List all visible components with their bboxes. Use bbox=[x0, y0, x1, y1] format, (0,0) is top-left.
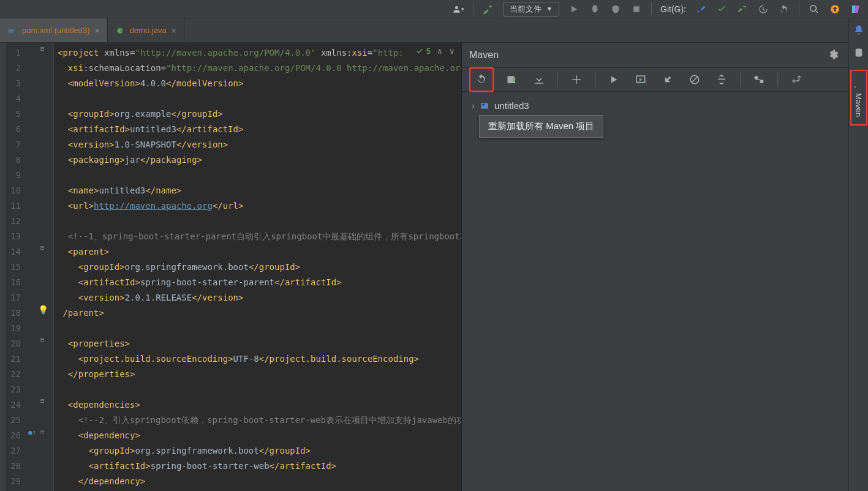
show-dependencies-button[interactable] bbox=[750, 71, 768, 88]
reload-all-projects-button[interactable] bbox=[469, 67, 494, 92]
reload-tooltip: 重新加载所有 Maven 项目 bbox=[479, 115, 603, 138]
account-icon[interactable]: ▾ bbox=[452, 3, 464, 15]
problem-count[interactable]: 5 bbox=[415, 47, 431, 56]
java-class-icon: C bbox=[115, 26, 125, 36]
editor-tabs: m pom.xml (untitled3) × C demo.java × ⋮ bbox=[0, 18, 868, 43]
git-pull-icon[interactable] bbox=[695, 3, 707, 15]
chevron-right-icon[interactable]: › bbox=[472, 100, 475, 111]
git-push-icon[interactable] bbox=[736, 3, 749, 15]
maven-title-bar: Maven — bbox=[462, 43, 868, 67]
svg-rect-0 bbox=[633, 6, 639, 12]
svg-rect-8 bbox=[482, 104, 484, 105]
collapse-all-button[interactable] bbox=[713, 71, 730, 88]
code-editor[interactable]: 5 ∧ ∨ 1234567891011121314151617181920212… bbox=[0, 43, 461, 491]
svg-text:C: C bbox=[118, 28, 122, 33]
tab-label: demo.java bbox=[130, 26, 167, 35]
maven-settings-button[interactable] bbox=[788, 71, 805, 88]
search-icon[interactable] bbox=[808, 3, 820, 15]
tab-pom-xml[interactable]: m pom.xml (untitled3) × bbox=[0, 18, 108, 42]
undo-icon[interactable] bbox=[778, 3, 790, 15]
svg-text:m: m bbox=[8, 27, 14, 34]
tab-demo-java[interactable]: C demo.java × bbox=[108, 18, 184, 42]
coverage-icon[interactable] bbox=[609, 3, 622, 15]
code-content[interactable]: <project xmlns="http://maven.apache.org/… bbox=[54, 43, 461, 491]
up-icon[interactable]: ∧ bbox=[437, 47, 443, 56]
hammer-icon[interactable] bbox=[482, 3, 494, 15]
gear-icon[interactable] bbox=[828, 49, 839, 62]
close-icon[interactable]: × bbox=[172, 26, 176, 36]
maven-tab-icon: m bbox=[854, 78, 864, 88]
svg-rect-7 bbox=[481, 103, 488, 108]
chevron-down-icon: ▼ bbox=[546, 6, 553, 12]
tab-label: pom.xml (untitled3) bbox=[22, 26, 90, 35]
generate-sources-button[interactable] bbox=[504, 71, 521, 88]
maven-module-icon bbox=[480, 101, 489, 111]
close-icon[interactable]: × bbox=[95, 26, 100, 36]
run-icon[interactable] bbox=[568, 3, 580, 15]
stop-icon[interactable] bbox=[630, 3, 643, 15]
tree-root-label: untitled3 bbox=[494, 100, 529, 111]
notifications-icon[interactable] bbox=[853, 24, 864, 36]
execute-goal-button[interactable] bbox=[632, 71, 649, 88]
git-label: Git(G): bbox=[660, 4, 686, 14]
intention-bulb-icon[interactable]: 💡 bbox=[38, 305, 48, 315]
maven-title-label: Maven bbox=[469, 50, 499, 61]
download-sources-button[interactable] bbox=[530, 71, 548, 88]
main-toolbar: ▾ 当前文件 ▼ Git(G): bbox=[0, 0, 868, 18]
ide-logo-icon[interactable] bbox=[850, 3, 862, 15]
maven-file-icon: m bbox=[7, 26, 17, 36]
git-commit-icon[interactable] bbox=[715, 3, 728, 15]
add-project-button[interactable] bbox=[568, 71, 585, 88]
tree-root-row[interactable]: › untitled3 bbox=[467, 98, 863, 113]
down-icon[interactable]: ∨ bbox=[449, 47, 455, 56]
maven-tree[interactable]: › untitled3 重新加载所有 Maven 项目 bbox=[462, 92, 868, 491]
run-config-selector[interactable]: 当前文件 ▼ bbox=[503, 2, 559, 17]
right-tool-stripe: m Maven bbox=[848, 18, 868, 491]
history-icon[interactable] bbox=[757, 3, 769, 15]
maven-toolbar bbox=[462, 67, 868, 92]
db-icon[interactable] bbox=[854, 48, 864, 58]
editor-status: 5 ∧ ∨ bbox=[397, 47, 455, 56]
maven-tab-label: Maven bbox=[854, 93, 863, 117]
svg-text:m: m bbox=[854, 86, 858, 88]
run-config-label: 当前文件 bbox=[510, 4, 542, 15]
skip-tests-button[interactable] bbox=[686, 71, 703, 88]
toggle-offline-button[interactable] bbox=[659, 71, 676, 88]
left-tool-stripe bbox=[0, 43, 6, 491]
maven-tool-window: Maven — › bbox=[461, 43, 868, 491]
svg-point-9 bbox=[855, 48, 862, 51]
run-maven-button[interactable] bbox=[605, 71, 622, 88]
debug-icon[interactable] bbox=[589, 3, 601, 15]
update-icon[interactable] bbox=[829, 3, 841, 15]
fold-gutter: ⊟ ⊟ ⊟ ⊟ ⊟ ⊟ 💡 ●↑ bbox=[27, 43, 54, 491]
maven-tool-tab[interactable]: m Maven bbox=[850, 70, 867, 126]
